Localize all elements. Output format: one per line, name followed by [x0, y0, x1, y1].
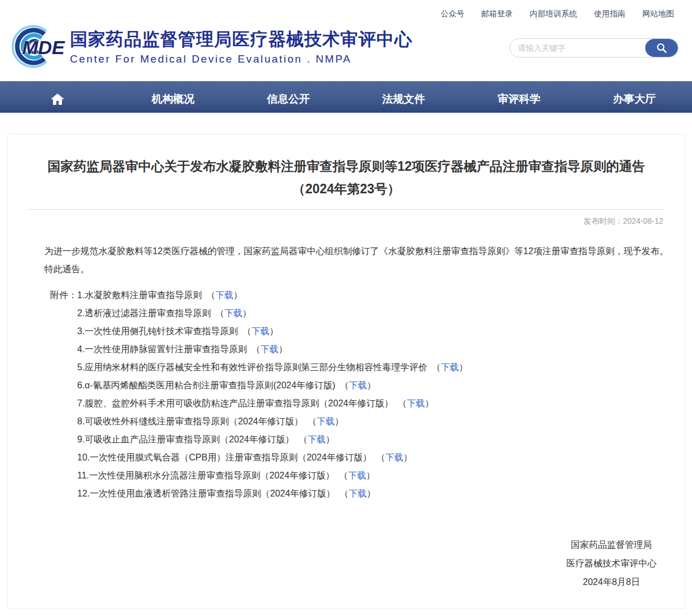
attachment-title: 11.一次性使用脑积水分流器注册审查指导原则（2024年修订版）	[77, 471, 335, 480]
search-input[interactable]	[510, 39, 645, 57]
paren-close: ）	[242, 308, 251, 318]
paren-close: ）	[366, 471, 375, 480]
attachment-download-link[interactable]: 下载	[348, 471, 366, 480]
attachment-row: 6.α-氰基丙烯酸酯类医用粘合剂注册审查指导原则(2024年修订版)（下载）	[77, 376, 468, 395]
attachment-title: 5.应用纳米材料的医疗器械安全性和有效性评价指导原则第三部分生物相容性毒理学评价	[77, 362, 427, 372]
main-nav-list: 机构概况 信息公开 法规文件 审评科学 办事大厅	[0, 81, 692, 113]
paren-open: （	[376, 453, 385, 462]
paren-open: （	[206, 290, 215, 300]
attachment-title: 2.透析液过滤器注册审查指导原则	[77, 308, 211, 318]
paren-close: ）	[233, 290, 242, 300]
publish-time: 发布时间：2024-08-12	[29, 216, 663, 227]
nav-item-info-disclosure[interactable]: 信息公开	[230, 81, 346, 113]
article-paragraph: 特此通告。	[19, 260, 673, 278]
paren-open: （	[340, 489, 349, 498]
paren-open: （	[339, 471, 348, 480]
attachment-download-link[interactable]: 下载	[260, 344, 278, 354]
attachment-row: 5.应用纳米材料的医疗器械安全性和有效性评价指导原则第三部分生物相容性毒理学评价…	[77, 358, 468, 376]
attachment-row: 3.一次性使用侧孔钝针技术审查指导原则（下载）	[77, 322, 468, 340]
attachment-row: 12.一次性使用血液透析管路注册审查指导原则（2024年修订版）（下载）	[77, 485, 468, 503]
svg-text:MDE: MDE	[22, 37, 65, 58]
attachment-download-link[interactable]: 下载	[349, 380, 367, 390]
cmde-logo-icon: MDE	[9, 23, 66, 71]
paren-close: ）	[367, 380, 376, 390]
search-box	[509, 38, 678, 57]
top-link-wechat[interactable]: 公众号	[441, 9, 464, 19]
nav-item-home[interactable]	[0, 81, 116, 113]
nav-item-about[interactable]: 机构概况	[116, 81, 231, 113]
attachment-row: 11.一次性使用脑积水分流器注册审查指导原则（2024年修订版）（下载）	[77, 467, 468, 485]
attachment-title: 1.水凝胶敷料注册审查指导原则	[77, 290, 202, 300]
attachment-title: 12.一次性使用血液透析管路注册审查指导原则（2024年修订版）	[77, 489, 335, 498]
paren-open: （	[242, 326, 251, 336]
site-title-en: Center For Medical Device Evaluation . N…	[70, 53, 412, 65]
paren-open: （	[299, 435, 308, 444]
attachment-download-link[interactable]: 下载	[441, 362, 459, 372]
paren-close: ）	[278, 344, 287, 354]
paren-close: ）	[326, 435, 335, 444]
paren-close: ）	[425, 398, 434, 408]
home-icon	[50, 92, 65, 106]
paren-close: ）	[335, 416, 344, 426]
attachment-download-link[interactable]: 下载	[215, 290, 233, 300]
attachment-row: 7.腹腔、盆腔外科手术用可吸收防粘连产品注册审查指导原则（2024年修订版）（下…	[77, 395, 468, 413]
top-link-mail-login[interactable]: 邮箱登录	[481, 9, 513, 19]
attachment-download-link[interactable]: 下载	[317, 416, 335, 426]
nav-item-regulations[interactable]: 法规文件	[346, 81, 462, 113]
publish-time-label: 发布时间：	[583, 216, 623, 225]
search-icon	[656, 42, 667, 54]
paren-close: ）	[367, 489, 376, 498]
attachment-download-link[interactable]: 下载	[407, 398, 425, 408]
signature-org-line2: 医疗器械技术审评中心	[566, 554, 656, 573]
site-header: 公众号 邮箱登录 内部培训系统 使用指南 网站地图 MDE 国家药品监督管理局医…	[0, 0, 692, 81]
attachment-download-link[interactable]: 下载	[308, 435, 326, 444]
main-nav: 机构概况 信息公开 法规文件 审评科学 办事大厅	[0, 81, 692, 113]
attachment-download-link[interactable]: 下载	[251, 326, 269, 336]
attachment-download-link[interactable]: 下载	[385, 453, 403, 462]
paren-open: （	[398, 398, 407, 408]
signature-block: 国家药品监督管理局 医疗器械技术审评中心 2024年8月8日	[8, 535, 656, 591]
attachment-title: 6.α-氰基丙烯酸酯类医用粘合剂注册审查指导原则(2024年修订版)	[77, 380, 335, 390]
attachment-title: 3.一次性使用侧孔钝针技术审查指导原则	[77, 326, 238, 336]
article-title: 国家药监局器审中心关于发布水凝胶敷料注册审查指导原则等12项医疗器械产品注册审查…	[32, 155, 661, 200]
attachment-title: 9.可吸收止血产品注册审查指导原则（2024年修订版）	[77, 435, 294, 444]
attachment-row: 2.透析液过滤器注册审查指导原则（下载）	[77, 304, 468, 322]
top-links-bar: 公众号 邮箱登录 内部培训系统 使用指南 网站地图	[0, 0, 692, 19]
publish-date: 2024-08-12	[623, 216, 663, 225]
paren-open: （	[215, 308, 224, 318]
attachment-title: 8.可吸收性外科缝线注册审查指导原则（2024年修订版）	[77, 416, 303, 426]
attachment-download-link[interactable]: 下载	[224, 308, 242, 318]
paren-open: （	[340, 380, 349, 390]
attachment-title: 10.一次性使用膜式氧合器（CPB用）注册审查指导原则（2024年修订版）	[77, 453, 372, 462]
attachment-row: 4.一次性使用静脉留置针注册审查指导原则（下载）	[77, 340, 468, 358]
signature-org-line1: 国家药品监督管理局	[566, 535, 656, 554]
site-logo[interactable]: MDE 国家药品监督管理局医疗器械技术审评中心 Center For Medic…	[9, 23, 412, 71]
paren-close: ）	[459, 362, 468, 372]
attachment-row: 1.水凝胶敷料注册审查指导原则（下载）	[77, 286, 468, 304]
attachment-row: 9.可吸收止血产品注册审查指导原则（2024年修订版）（下载）	[77, 431, 468, 449]
attachment-row: 8.可吸收性外科缝线注册审查指导原则（2024年修订版）（下载）	[77, 413, 468, 431]
nav-item-review-science[interactable]: 审评科学	[462, 81, 577, 113]
top-link-user-guide[interactable]: 使用指南	[594, 9, 626, 19]
top-link-site-map[interactable]: 网站地图	[642, 9, 674, 19]
paren-close: ）	[269, 326, 278, 336]
attachment-download-link[interactable]: 下载	[349, 489, 367, 498]
attachments-label: 附件：	[50, 286, 77, 304]
site-title-cn: 国家药品监督管理局医疗器械技术审评中心	[70, 28, 412, 51]
attachments-section: 附件： 1.水凝胶敷料注册审查指导原则（下载） 2.透析液过滤器注册审查指导原则…	[50, 286, 685, 503]
signature-date: 2024年8月8日	[566, 573, 656, 591]
notice-article-card: 国家药监局器审中心关于发布水凝胶敷料注册审查指导原则等12项医疗器械产品注册审查…	[7, 134, 685, 609]
title-divider	[28, 209, 664, 210]
attachment-row: 10.一次性使用膜式氧合器（CPB用）注册审查指导原则（2024年修订版）（下载…	[77, 449, 468, 467]
paren-open: （	[308, 416, 317, 426]
nav-item-service-hall[interactable]: 办事大厅	[576, 81, 692, 113]
attachment-title: 4.一次性使用静脉留置针注册审查指导原则	[77, 344, 247, 354]
top-link-training-system[interactable]: 内部培训系统	[530, 9, 577, 19]
article-paragraph: 为进一步规范水凝胶敷料等12类医疗器械的管理，国家药监局器审中心组织制修订了《水…	[19, 242, 673, 260]
attachment-title: 7.腹腔、盆腔外科手术用可吸收防粘连产品注册审查指导原则（2024年修订版）	[77, 398, 393, 408]
paren-open: （	[432, 362, 441, 372]
paren-open: （	[251, 344, 260, 354]
attachments-list: 1.水凝胶敷料注册审查指导原则（下载） 2.透析液过滤器注册审查指导原则（下载）…	[77, 286, 468, 503]
search-button[interactable]	[645, 39, 678, 57]
paren-close: ）	[403, 453, 412, 462]
